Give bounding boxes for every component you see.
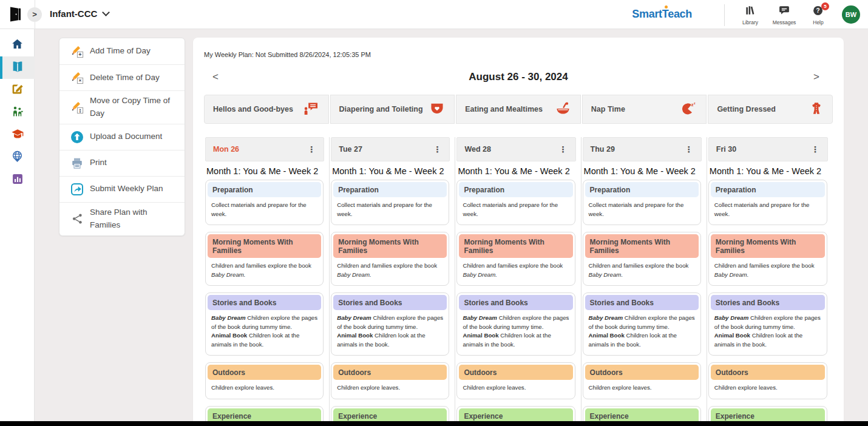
pencil-add-icon: +: [64, 44, 90, 59]
card-morning-moments-with-families[interactable]: Morning Moments With FamiliesChildren an…: [205, 232, 324, 286]
card-paragraph: Children and families explore the book B…: [337, 262, 443, 279]
top-nav-messages[interactable]: Messages: [770, 2, 799, 25]
greeting-chat-icon: [303, 101, 319, 118]
card-experience[interactable]: ExperiencePlaying With Toys Children dev…: [331, 406, 449, 421]
app-logo-door-icon: [8, 6, 22, 25]
kebab-menu-icon[interactable]: ⋮: [305, 144, 317, 154]
share-icon: [64, 212, 90, 225]
card-preparation[interactable]: PreparationCollect materials and prepare…: [456, 180, 575, 225]
card-preparation[interactable]: PreparationCollect materials and prepare…: [583, 180, 701, 225]
card-paragraph: Collect materials and prepare for the we…: [463, 201, 569, 218]
week-range-title: August 26 - 30, 2024: [228, 71, 809, 83]
nav-label: Library: [736, 19, 765, 25]
card-paragraph: Animal Book Children look at the animals…: [714, 331, 821, 349]
card-experience[interactable]: ExperiencePlaying With Toys Children dev…: [708, 406, 827, 421]
card-title: Morning Moments With Families: [333, 234, 447, 258]
card-preparation[interactable]: PreparationCollect materials and prepare…: [205, 180, 324, 225]
card-stories-and-books[interactable]: Stories and BooksBaby Dream Children exp…: [456, 292, 575, 356]
sidebar-item-community[interactable]: [0, 146, 35, 169]
card-description: Children and families explore the book B…: [585, 258, 699, 283]
kebab-menu-icon[interactable]: ⋮: [683, 144, 695, 154]
kebab-menu-icon[interactable]: ⋮: [809, 144, 821, 154]
library-icon: [744, 8, 756, 18]
card-morning-moments-with-families[interactable]: Morning Moments With FamiliesChildren an…: [331, 232, 449, 286]
day-label: Thu 29: [591, 145, 615, 154]
card-title: Stories and Books: [333, 295, 447, 310]
action-print[interactable]: Print: [59, 150, 185, 176]
card-outdoors[interactable]: OutdoorsChildren explore leaves.: [205, 362, 324, 399]
action-share-plan-with-families[interactable]: Share Plan with Families: [59, 202, 185, 235]
card-title: Preparation: [459, 182, 572, 197]
card-title: Morning Moments With Families: [208, 234, 321, 258]
bar-chart-icon: [12, 173, 24, 188]
card-paragraph: Baby Dream Children explore the pages of…: [589, 314, 695, 331]
top-nav-help[interactable]: ?5Help: [804, 2, 833, 25]
card-description: Baby Dream Children explore the pages of…: [711, 310, 825, 353]
card-experience[interactable]: ExperiencePlaying With Toys Children dev…: [583, 406, 701, 421]
card-stories-and-books[interactable]: Stories and BooksBaby Dream Children exp…: [708, 292, 827, 356]
card-stories-and-books[interactable]: Stories and BooksBaby Dream Children exp…: [583, 292, 701, 356]
top-nav: LibraryMessages?5Help: [724, 2, 833, 26]
card-outdoors[interactable]: OutdoorsChildren explore leaves.: [456, 362, 575, 399]
sidebar-item-planning[interactable]: [0, 79, 35, 101]
day-header: Mon 26⋮: [205, 137, 324, 161]
card-title: Preparation: [585, 182, 699, 197]
action-submit-weekly-plan[interactable]: Submit Weekly Plan: [59, 176, 185, 202]
action-add-time-of-day[interactable]: +Add Time of Day: [59, 38, 185, 64]
card-title: Experience: [333, 408, 447, 421]
prev-week-chevron[interactable]: <: [204, 71, 228, 83]
category-label: Nap Time: [591, 105, 625, 113]
card-paragraph: Children explore leaves.: [337, 384, 443, 393]
card-outdoors[interactable]: OutdoorsChildren explore leaves.: [708, 362, 827, 399]
expand-sidebar-button[interactable]: >: [27, 7, 42, 22]
svg-text:+: +: [78, 51, 81, 57]
card-preparation[interactable]: PreparationCollect materials and prepare…: [331, 180, 449, 225]
sidebar-item-home[interactable]: [0, 34, 35, 56]
card-title: Preparation: [333, 182, 447, 197]
card-outdoors[interactable]: OutdoorsChildren explore leaves.: [331, 362, 449, 399]
card-outdoors[interactable]: OutdoorsChildren explore leaves.: [583, 362, 701, 399]
action-upload-a-document[interactable]: Upload a Document: [59, 124, 185, 150]
card-preparation[interactable]: PreparationCollect materials and prepare…: [708, 180, 827, 225]
kebab-menu-icon[interactable]: ⋮: [557, 144, 569, 154]
card-paragraph: Children explore leaves.: [211, 384, 317, 393]
category-label: Eating and Mealtimes: [465, 105, 543, 113]
card-title: Stories and Books: [585, 295, 699, 310]
day-header: Wed 28⋮: [456, 137, 575, 161]
week-theme-title: Month 1: You & Me - Week 2: [330, 161, 454, 180]
card-morning-moments-with-families[interactable]: Morning Moments With FamiliesChildren an…: [708, 232, 827, 286]
day-header: Thu 29⋮: [583, 137, 702, 161]
category-nap-time: Nap Timezz: [582, 95, 707, 124]
action-move-or-copy-time-of-day[interactable]: ▲▼Move or Copy Time of Day: [59, 90, 185, 124]
sidebar-item-training[interactable]: [0, 124, 35, 146]
user-avatar[interactable]: BW: [842, 5, 860, 24]
sidebar-item-family[interactable]: [0, 101, 35, 124]
top-nav-library[interactable]: Library: [736, 2, 765, 25]
top-bar: > Infant-CCC SmartTeach LibraryMessages?…: [0, 0, 868, 29]
day-label: Tue 27: [339, 145, 362, 154]
card-paragraph: Children and families explore the book B…: [714, 262, 821, 279]
sidebar-item-curriculum[interactable]: [0, 56, 35, 79]
card-morning-moments-with-families[interactable]: Morning Moments With FamiliesChildren an…: [583, 232, 701, 286]
sidebar-item-reports[interactable]: [0, 169, 35, 191]
notification-badge: 5: [821, 2, 829, 10]
card-morning-moments-with-families[interactable]: Morning Moments With FamiliesChildren an…: [456, 232, 575, 286]
kebab-menu-icon[interactable]: ⋮: [431, 144, 443, 154]
svg-text:×: ×: [79, 78, 82, 83]
card-experience[interactable]: ExperiencePlaying With Toys Children dev…: [205, 406, 324, 421]
card-experience[interactable]: ExperiencePlaying With Toys Children dev…: [456, 406, 575, 421]
card-stories-and-books[interactable]: Stories and BooksBaby Dream Children exp…: [205, 292, 324, 356]
plan-status: My Weekly Plan: Not Submitted 8/26/2024,…: [204, 51, 833, 58]
card-title: Experience: [585, 408, 699, 421]
card-description: Children explore leaves.: [333, 380, 447, 397]
card-description: Baby Dream Children explore the pages of…: [208, 310, 321, 353]
nav-label: Messages: [770, 19, 799, 25]
card-title: Preparation: [711, 182, 825, 197]
day-header: Fri 30⋮: [708, 137, 828, 161]
card-description: Children explore leaves.: [585, 380, 699, 397]
globe-heart-icon: [11, 150, 24, 165]
action-delete-time-of-day[interactable]: ×Delete Time of Day: [59, 64, 185, 90]
next-week-chevron[interactable]: >: [809, 71, 833, 83]
classroom-selector[interactable]: Infant-CCC: [50, 8, 109, 19]
card-stories-and-books[interactable]: Stories and BooksBaby Dream Children exp…: [331, 292, 449, 356]
